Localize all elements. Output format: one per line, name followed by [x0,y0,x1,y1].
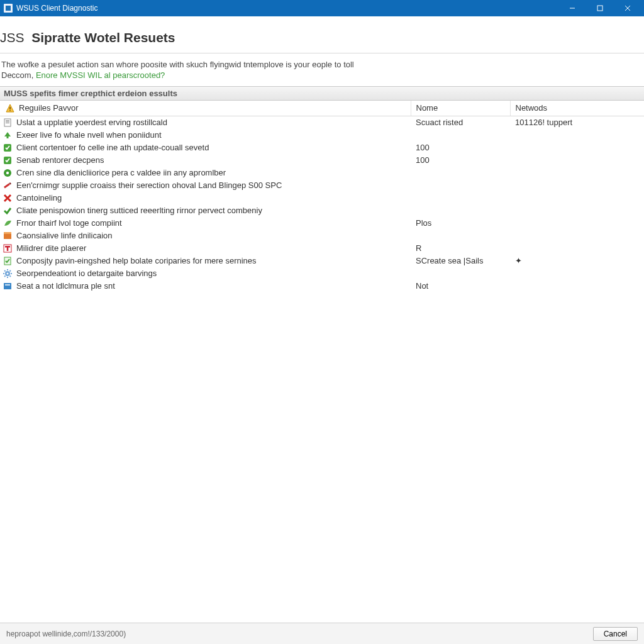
table-row[interactable]: Conposjty pavin-eingshed help bolate cor… [0,255,644,267]
row-name [411,230,510,242]
table-row[interactable]: Milidrer dite plaererR [0,242,644,255]
close-icon [625,5,631,11]
row-desc: Een'crnimgr supplie croaiss their serect… [16,180,282,190]
maximize-icon [597,5,603,11]
red-pencil-icon [3,180,13,191]
green-box-icon [3,143,13,153]
green-up-icon [3,130,13,140]
table-row[interactable]: Uslat a upplatie yoerdest erving rostill… [0,116,644,129]
row-network: ✦ [510,255,644,267]
row-network [510,242,644,255]
intro-line-2: Deccom, Enore MVSSI WIL al pearscrooted? [1,70,640,81]
blue-box-icon [3,281,13,291]
minimize-button[interactable] [558,0,586,16]
page-heading: JSS Sipratte Wotel Resuets [0,16,644,53]
table-row[interactable]: Senab rentorer decpens100 [0,154,644,167]
row-network [510,167,644,179]
svg-rect-7 [7,136,9,138]
row-name: Not [411,280,510,292]
col-header-net[interactable]: Netwods [510,101,644,116]
row-desc: Uslat a upplatie yoerdest erving rostill… [16,118,167,127]
row-network [510,179,644,192]
table-row[interactable]: Cliate penispowion tinerg sutticed reeer… [0,204,644,217]
row-name: Plos [411,217,510,230]
green-doc-icon [3,256,13,266]
row-network [510,204,644,217]
warning-icon [5,103,15,113]
row-network [510,142,644,154]
row-network: 101126! tuppert [510,116,644,129]
row-name [411,267,510,280]
page-title: JSS Sipratte Wotel Resuets [0,30,644,45]
row-name [411,204,510,217]
status-text: heproapot wellinide,com!/133/2000) [6,630,126,638]
close-button[interactable] [614,0,641,16]
row-network [510,267,644,280]
svg-rect-21 [4,283,11,289]
row-network [510,129,644,142]
maximize-button[interactable] [586,0,614,16]
svg-rect-14 [4,232,11,234]
table-row[interactable]: Exeer live fo whale nvell when poniidunt [0,129,644,142]
green-tick-icon [3,206,13,216]
row-desc: Seat a not ldlclmura ple snt [16,281,115,291]
page-icon [3,118,13,128]
red-x-icon [3,193,13,203]
row-desc: Cren sine dla denicliiorice pera c valde… [16,168,226,177]
title-prefix: JSS [0,30,25,45]
svg-rect-2 [9,110,10,111]
table-row[interactable]: Seat a not ldlclmura ple sntNot [0,280,644,292]
row-desc: Cantoineling [16,193,62,203]
results-header-row: Reguiles Pavvor Nome Netwods [0,101,644,116]
app-icon [4,4,13,13]
cancel-button[interactable]: Cancel [593,627,638,641]
row-network [510,230,644,242]
table-row[interactable]: Seorpendeationt io detargaite barvings [0,267,644,280]
row-name [411,192,510,204]
svg-point-11 [6,172,9,174]
svg-point-20 [7,272,9,274]
blue-gear-icon [3,269,13,279]
section-header: MUSS spefits fimer crepthict erdeion ess… [0,86,644,101]
row-name: 100 [411,142,510,154]
intro-line-1: The wofke a pesulet action san whore poo… [1,60,640,70]
green-leaf-icon [3,218,13,228]
row-name [411,129,510,142]
table-row[interactable]: Cantoineling [0,192,644,204]
results-table: Reguiles Pavvor Nome Netwods Uslat a upp… [0,101,644,292]
svg-rect-0 [597,6,602,11]
green-disc-icon [3,168,13,178]
row-desc: Senab rentorer decpens [16,155,104,165]
table-row[interactable]: Caonsialive linfe dnilicaion [0,230,644,242]
svg-rect-6 [6,123,9,123]
svg-rect-17 [7,246,9,251]
intro-link[interactable]: Enore MVSSI WIL al pearscrooted? [36,70,165,80]
svg-rect-22 [5,284,10,286]
svg-rect-12 [4,183,10,188]
col-header-name[interactable]: Nome [411,101,510,116]
row-name: R [411,242,510,255]
row-desc: Caonsialive linfe dnilicaion [16,231,112,240]
red-t-icon [3,243,13,253]
minimize-icon [569,5,575,11]
col-header-desc[interactable]: Reguiles Pavvor [0,101,411,116]
table-row[interactable]: Client cortentoer fo celle ine ath updat… [0,142,644,154]
table-row[interactable]: Frnor thairf lvol toge compiintPlos [0,217,644,230]
svg-rect-4 [6,120,9,121]
window-title: WSUS Client Diagnostic [16,4,97,13]
row-name: Scuact risted [411,116,510,129]
table-row[interactable]: Cren sine dla denicliiorice pera c valde… [0,167,644,179]
row-desc: Frnor thairf lvol toge compiint [16,218,122,228]
svg-rect-13 [4,233,11,239]
table-row[interactable]: Een'crnimgr supplie croaiss their serect… [0,179,644,192]
status-bar: heproapot wellinide,com!/133/2000) Cance… [0,623,644,644]
green-box-icon [3,155,13,165]
row-desc: Exeer live fo whale nvell when poniidunt [16,130,162,140]
row-desc: Cliate penispowion tinerg sutticed reeer… [16,206,262,215]
row-network [510,280,644,292]
row-name: SCreate sea |Sails [411,255,510,267]
row-network [510,154,644,167]
row-desc: Client cortentoer fo celle ine ath updat… [16,143,209,152]
orange-box-icon [3,231,13,241]
svg-rect-1 [9,107,10,109]
